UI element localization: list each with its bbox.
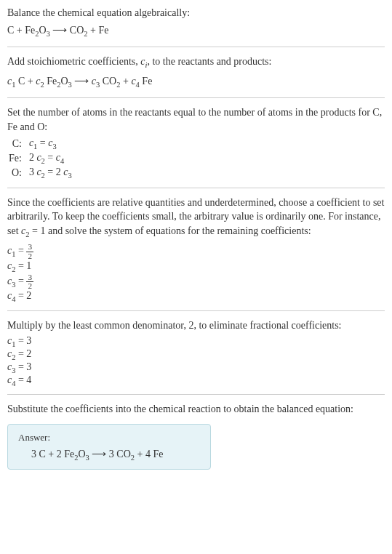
coef-frac-list: c1 = 32 c2 = 1 c3 = 32 c4 = 2 <box>7 243 385 302</box>
step-3: Set the number of atoms in the reactants… <box>7 105 385 180</box>
step-2: Add stoichiometric coefficients, ci, to … <box>7 55 385 90</box>
divider <box>7 97 385 98</box>
elem-eq: c1 = c3 <box>28 137 76 151</box>
divider <box>7 188 385 188</box>
coef-line: c2 = 1 <box>7 260 385 273</box>
step1-equation: C + Fe2O3 ⟶ CO2 + Fe <box>7 23 385 39</box>
coef-line: c3 = 32 <box>7 273 385 290</box>
coef-line: c4 = 4 <box>7 374 385 388</box>
coef-line: c4 = 2 <box>7 290 385 303</box>
answer-label: Answer: <box>18 432 200 443</box>
elem-label: C: <box>7 137 28 151</box>
elem-eq: 3 c2 = 2 c3 <box>28 166 76 180</box>
coef-line: c1 = 32 <box>7 243 385 260</box>
coef-line: c2 = 2 <box>7 348 385 361</box>
atom-balance-table: C: c1 = c3 Fe: 2 c2 = c4 O: 3 c2 = 2 c3 <box>7 137 76 180</box>
elem-label: Fe: <box>7 151 28 166</box>
step2-equation: c1 C + c2 Fe2O3 ⟶ c3 CO2 + c4 Fe <box>7 74 385 90</box>
answer-box: Answer: 3 C + 2 Fe2O3 ⟶ 3 CO2 + 4 Fe <box>7 424 211 470</box>
answer-equation: 3 C + 2 Fe2O3 ⟶ 3 CO2 + 4 Fe <box>18 448 200 462</box>
table-row: O: 3 c2 = 2 c3 <box>7 166 76 180</box>
divider <box>7 47 385 47</box>
step6-title: Substitute the coefficients into the che… <box>7 402 385 417</box>
step-6: Substitute the coefficients into the che… <box>7 402 385 469</box>
step3-title: Set the number of atoms in the reactants… <box>7 105 385 134</box>
table-row: C: c1 = c3 <box>7 137 76 151</box>
elem-eq: 2 c2 = c4 <box>28 151 76 166</box>
divider <box>7 394 385 395</box>
step-4: Since the coefficients are relative quan… <box>7 196 385 303</box>
step-1: Balance the chemical equation algebraica… <box>7 6 385 39</box>
coef-line: c3 = 3 <box>7 361 385 374</box>
step4-title: Since the coefficients are relative quan… <box>7 196 385 241</box>
table-row: Fe: 2 c2 = c4 <box>7 151 76 166</box>
coef-line: c1 = 3 <box>7 335 385 348</box>
step-5: Multiply by the least common denominator… <box>7 318 385 388</box>
coef-int-list: c1 = 3 c2 = 2 c3 = 3 c4 = 4 <box>7 335 385 387</box>
elem-label: O: <box>7 166 28 180</box>
step2-title: Add stoichiometric coefficients, ci, to … <box>7 55 385 71</box>
step5-title: Multiply by the least common denominator… <box>7 318 385 333</box>
step1-title: Balance the chemical equation algebraica… <box>7 6 385 20</box>
divider <box>7 310 385 311</box>
